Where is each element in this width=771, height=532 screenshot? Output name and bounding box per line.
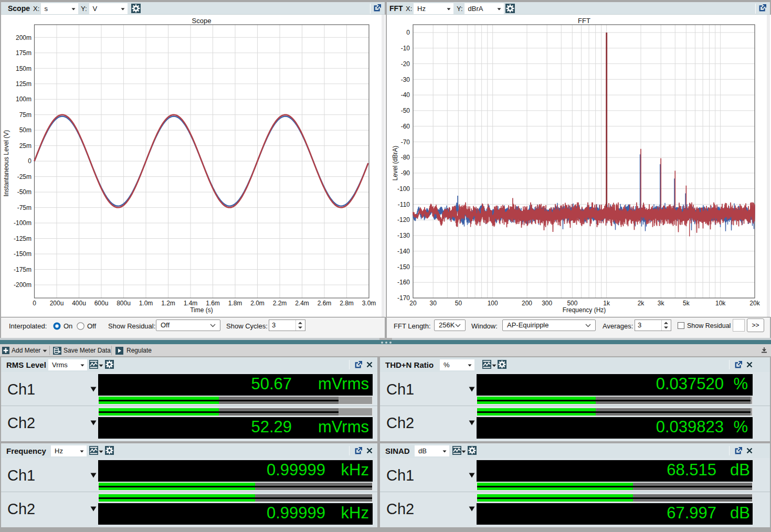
svg-text:-100: -100: [397, 185, 410, 193]
svg-text:-75m: -75m: [17, 204, 31, 211]
svg-text:100: 100: [488, 300, 498, 307]
svg-text:5k: 5k: [683, 300, 690, 307]
svg-text:-110: -110: [398, 201, 410, 208]
svg-text:-10: -10: [401, 45, 410, 52]
svg-text:500: 500: [567, 300, 577, 307]
svg-text:600u: 600u: [94, 300, 109, 307]
svg-text:-200m: -200m: [14, 281, 31, 289]
svg-text:0: 0: [33, 300, 36, 307]
svg-text:3k: 3k: [658, 300, 665, 307]
svg-text:-150m: -150m: [14, 250, 31, 258]
svg-text:400u: 400u: [72, 300, 86, 307]
svg-text:-140: -140: [397, 248, 410, 255]
svg-text:Instantaneous Level (V): Instantaneous Level (V): [3, 130, 10, 197]
svg-text:30: 30: [430, 300, 437, 307]
svg-text:2.0m: 2.0m: [250, 300, 265, 307]
svg-text:FFT: FFT: [578, 17, 590, 25]
svg-text:-120: -120: [397, 216, 410, 224]
svg-text:-125m: -125m: [14, 235, 31, 242]
svg-text:-60: -60: [401, 123, 410, 130]
svg-text:-160: -160: [397, 279, 410, 286]
svg-text:20k: 20k: [749, 300, 760, 307]
svg-text:200m: 200m: [16, 34, 31, 41]
svg-text:-25m: -25m: [17, 173, 31, 180]
svg-text:-100m: -100m: [14, 219, 31, 227]
svg-text:150m: 150m: [16, 65, 31, 72]
svg-text:-50: -50: [401, 107, 410, 114]
svg-text:75m: 75m: [19, 111, 31, 119]
svg-text:2.4m: 2.4m: [295, 300, 309, 307]
svg-text:2.8m: 2.8m: [340, 300, 354, 307]
svg-text:Level (dBrA): Level (dBrA): [392, 146, 399, 181]
svg-text:200: 200: [522, 300, 532, 307]
svg-text:1.8m: 1.8m: [228, 300, 242, 307]
svg-text:300: 300: [542, 300, 552, 307]
svg-text:-90: -90: [401, 169, 410, 177]
svg-text:1.0m: 1.0m: [139, 300, 153, 307]
svg-text:-175m: -175m: [14, 266, 31, 273]
svg-text:25m: 25m: [19, 142, 31, 150]
svg-text:175m: 175m: [16, 49, 31, 57]
svg-text:-80: -80: [401, 154, 410, 161]
svg-text:50m: 50m: [19, 126, 31, 134]
svg-text:-150: -150: [397, 263, 410, 271]
svg-text:2.2m: 2.2m: [273, 300, 287, 307]
svg-text:Time (s): Time (s): [190, 306, 213, 314]
svg-text:-20: -20: [401, 60, 410, 68]
svg-text:-40: -40: [401, 91, 410, 99]
svg-text:-30: -30: [401, 76, 410, 83]
svg-text:20: 20: [409, 300, 417, 307]
svg-text:200u: 200u: [50, 300, 64, 307]
svg-text:Frequency (Hz): Frequency (Hz): [563, 306, 606, 314]
svg-text:1.2m: 1.2m: [161, 300, 175, 307]
svg-text:-130: -130: [397, 232, 410, 239]
svg-text:0: 0: [406, 29, 410, 36]
svg-text:Scope: Scope: [192, 17, 212, 25]
svg-text:125m: 125m: [16, 80, 31, 88]
svg-text:1k: 1k: [603, 300, 610, 307]
svg-text:3.0m: 3.0m: [362, 300, 376, 307]
svg-text:-170: -170: [397, 294, 410, 302]
svg-text:1.4m: 1.4m: [184, 300, 198, 307]
svg-text:-50m: -50m: [17, 188, 31, 196]
svg-text:100m: 100m: [16, 95, 31, 103]
svg-text:1.6m: 1.6m: [206, 300, 220, 307]
svg-text:800u: 800u: [117, 300, 131, 307]
svg-text:2k: 2k: [638, 300, 645, 307]
svg-text:10k: 10k: [715, 300, 726, 307]
svg-text:50: 50: [455, 300, 462, 307]
svg-text:2.6m: 2.6m: [318, 300, 332, 307]
svg-text:-70: -70: [401, 139, 410, 146]
svg-text:0: 0: [28, 157, 31, 165]
